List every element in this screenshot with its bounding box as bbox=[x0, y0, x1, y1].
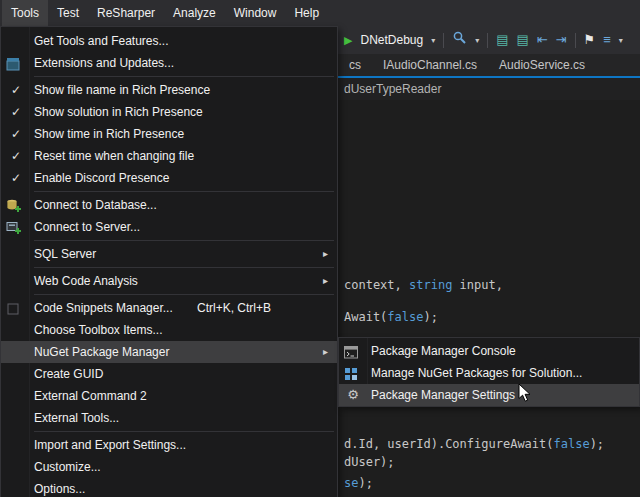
code-token: Await( bbox=[344, 310, 387, 324]
chevron-down-icon[interactable]: ▾ bbox=[431, 36, 435, 45]
menu-item-label: Web Code Analysis bbox=[34, 274, 138, 288]
menu-item-label: Customize... bbox=[34, 460, 101, 474]
server-icon bbox=[6, 220, 22, 234]
menu-item-label: Show solution in Rich Presence bbox=[34, 105, 203, 119]
menu-item-label: Package Manager Console bbox=[371, 344, 516, 358]
code-line: se); bbox=[344, 476, 373, 490]
tab-document[interactable]: cs bbox=[338, 54, 372, 76]
code-token: ); bbox=[358, 476, 372, 490]
menu-item-label: Code Snippets Manager... bbox=[34, 301, 173, 315]
code-line: dUser); bbox=[344, 455, 395, 469]
menu-item-label: Enable Discord Presence bbox=[34, 171, 169, 185]
packages-icon bbox=[344, 366, 360, 380]
menu-item-label: External Command 2 bbox=[34, 389, 147, 403]
attach-to-process-icon[interactable] bbox=[452, 26, 467, 54]
menu-item-show-time[interactable]: Show time in Rich Presence bbox=[1, 123, 337, 145]
menu-item-show-solution[interactable]: Show solution in Rich Presence bbox=[1, 101, 337, 123]
chevron-down-icon[interactable]: ▾ bbox=[475, 36, 479, 45]
tab-audioservice[interactable]: AudioService.cs bbox=[488, 54, 596, 76]
menu-item-nuget-package-manager[interactable]: NuGet Package Manager bbox=[1, 341, 337, 363]
vs-window: context, string input, Await(false); d.I… bbox=[0, 0, 640, 497]
menu-item-label: External Tools... bbox=[34, 411, 119, 425]
code-token: string bbox=[409, 278, 452, 292]
menu-separator bbox=[34, 76, 334, 77]
menu-item-connect-to-server[interactable]: Connect to Server... bbox=[1, 216, 337, 238]
check-icon bbox=[8, 79, 24, 101]
menu-item-code-snippets-manager[interactable]: Code Snippets Manager... Ctrl+K, Ctrl+B bbox=[1, 297, 337, 319]
toolbar-separator bbox=[443, 33, 444, 48]
run-config-label[interactable]: DNetDebug bbox=[360, 33, 423, 47]
menubar-item-help[interactable]: Help bbox=[285, 0, 328, 26]
console-icon bbox=[344, 344, 360, 358]
submenu-item-manage-nuget-packages[interactable]: Manage NuGet Packages for Solution... bbox=[339, 362, 639, 384]
menubar-item-resharper[interactable]: ReSharper bbox=[88, 0, 164, 26]
menu-item-customize[interactable]: Customize... bbox=[1, 456, 337, 478]
menu-separator bbox=[34, 240, 334, 241]
code-token: false bbox=[554, 437, 590, 451]
menu-item-label: Options... bbox=[34, 482, 85, 496]
menu-item-show-file-name[interactable]: Show file name in Rich Presence bbox=[1, 79, 337, 101]
menu-item-connect-to-database[interactable]: Connect to Database... bbox=[1, 194, 337, 216]
menu-item-label: Reset time when changing file bbox=[34, 149, 194, 163]
menu-item-create-guid[interactable]: Create GUID bbox=[1, 363, 337, 385]
menubar: Tools Test ReSharper Analyze Window Help bbox=[0, 0, 640, 26]
toolbar-content: ▶ DNetDebug ▾ ▾ ▤ ▤ ⇤ ⇥ ⚑ ≡ ▾ bbox=[344, 26, 623, 54]
check-icon bbox=[8, 123, 24, 145]
menu-item-label: Choose Toolbox Items... bbox=[34, 323, 163, 337]
menu-item-label: Create GUID bbox=[34, 367, 103, 381]
menu-item-import-and-export-settings[interactable]: Import and Export Settings... bbox=[1, 434, 337, 456]
submenu-item-package-manager-console[interactable]: Package Manager Console bbox=[339, 340, 639, 362]
menu-item-get-tools-and-features[interactable]: Get Tools and Features... bbox=[1, 30, 337, 52]
menu-item-reset-time[interactable]: Reset time when changing file bbox=[1, 145, 337, 167]
list-icon[interactable]: ≡ bbox=[603, 26, 611, 54]
menubar-item-tools[interactable]: Tools bbox=[2, 0, 48, 26]
menu-separator bbox=[34, 431, 334, 432]
menu-item-label: Show time in Rich Presence bbox=[34, 127, 184, 141]
toolbar-separator bbox=[575, 33, 576, 48]
menu-item-extensions-and-updates[interactable]: Extensions and Updates... bbox=[1, 52, 337, 74]
code-token: ); bbox=[423, 310, 437, 324]
menu-item-label: Extensions and Updates... bbox=[34, 56, 174, 70]
menu-separator bbox=[34, 267, 334, 268]
menubar-item-analyze[interactable]: Analyze bbox=[164, 0, 225, 26]
menu-item-external-command-2[interactable]: External Command 2 bbox=[1, 385, 337, 407]
code-line: Await(false); bbox=[344, 310, 438, 324]
menu-item-sql-server[interactable]: SQL Server bbox=[1, 243, 337, 265]
indent-decrease-icon[interactable]: ⇤ bbox=[537, 26, 548, 54]
menu-item-web-code-analysis[interactable]: Web Code Analysis bbox=[1, 270, 337, 292]
save-all-icon[interactable]: ▤ bbox=[517, 26, 529, 54]
menu-item-options[interactable]: Options... bbox=[1, 478, 337, 497]
submenu-arrow-icon bbox=[323, 341, 328, 363]
nuget-submenu: Package Manager Console Manage NuGet Pac… bbox=[338, 337, 640, 407]
bookmark-flag-icon[interactable]: ⚑ bbox=[584, 26, 596, 54]
tab-iaudiochannel[interactable]: IAudioChannel.cs bbox=[372, 54, 488, 76]
database-icon bbox=[6, 198, 22, 212]
indent-increase-icon[interactable]: ⇥ bbox=[556, 26, 567, 54]
menu-item-label: Connect to Server... bbox=[34, 220, 140, 234]
start-debug-icon[interactable]: ▶ bbox=[344, 34, 352, 47]
menu-item-enable-discord-presence[interactable]: Enable Discord Presence bbox=[1, 167, 337, 189]
menu-item-label: Import and Export Settings... bbox=[34, 438, 186, 452]
menu-item-external-tools[interactable]: External Tools... bbox=[1, 407, 337, 429]
menu-item-shortcut: Ctrl+K, Ctrl+B bbox=[197, 297, 271, 319]
submenu-arrow-icon bbox=[323, 243, 328, 265]
gear-icon: ⚙ bbox=[345, 384, 361, 406]
menubar-item-window[interactable]: Window bbox=[225, 0, 286, 26]
code-token: se bbox=[344, 476, 358, 490]
tools-menu: Get Tools and Features... Extensions and… bbox=[0, 26, 338, 497]
menu-item-choose-toolbox-items[interactable]: Choose Toolbox Items... bbox=[1, 319, 337, 341]
save-icon[interactable]: ▤ bbox=[496, 26, 508, 54]
menu-item-label: SQL Server bbox=[34, 247, 96, 261]
menu-item-label: Connect to Database... bbox=[34, 198, 157, 212]
menu-item-label: Show file name in Rich Presence bbox=[34, 83, 210, 97]
menu-separator bbox=[34, 191, 334, 192]
menubar-item-test[interactable]: Test bbox=[48, 0, 88, 26]
code-token: dUser); bbox=[344, 455, 395, 469]
menu-item-label: Manage NuGet Packages for Solution... bbox=[371, 366, 582, 380]
breadcrumb[interactable]: dUserTypeReader bbox=[344, 78, 441, 100]
code-token: context, bbox=[344, 278, 409, 292]
code-line: d.Id, userId).ConfigureAwait(false); bbox=[344, 437, 604, 451]
toolbar-overflow-caret-icon[interactable]: ▾ bbox=[619, 36, 623, 45]
submenu-arrow-icon bbox=[323, 270, 328, 292]
submenu-item-package-manager-settings[interactable]: ⚙ Package Manager Settings bbox=[339, 384, 639, 406]
